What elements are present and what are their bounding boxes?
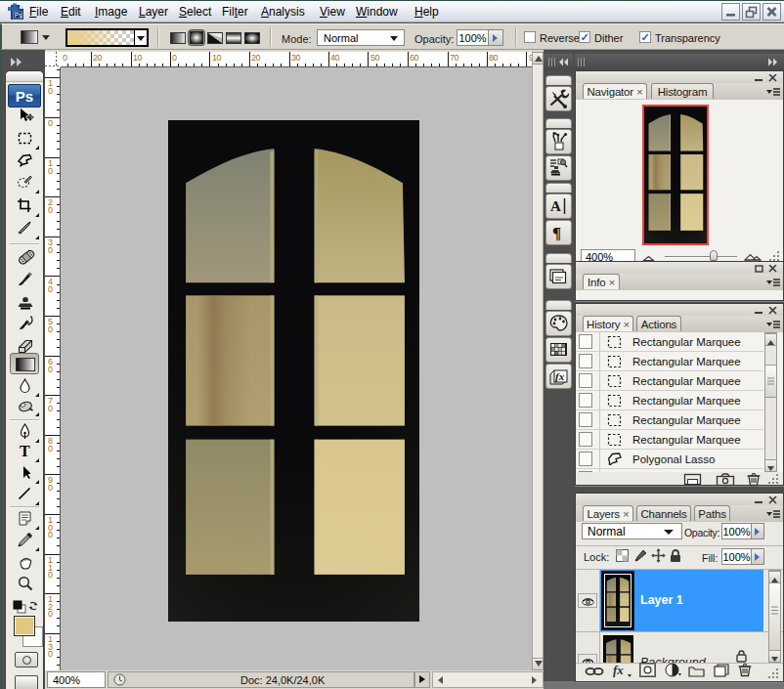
- svg-text:fx: fx: [613, 664, 624, 677]
- svg-text:Ps: Ps: [15, 12, 22, 19]
- svg-text:fx: fx: [555, 370, 565, 382]
- svg-text:¶: ¶: [552, 224, 561, 242]
- svg-text:A: A: [550, 198, 561, 214]
- svg-text:T: T: [20, 443, 30, 459]
